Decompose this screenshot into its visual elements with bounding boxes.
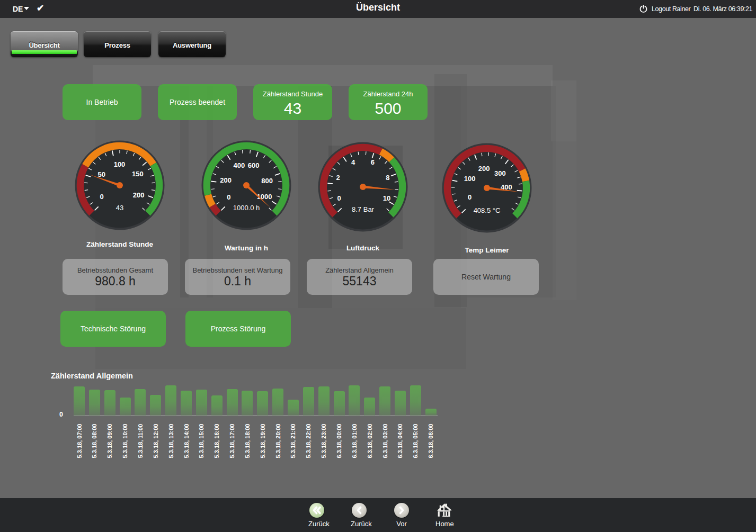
svg-text:408.5 °C: 408.5 °C: [474, 206, 501, 214]
svg-text:0: 0: [337, 194, 341, 202]
svg-text:100: 100: [464, 175, 476, 183]
svg-text:0: 0: [468, 193, 472, 201]
svg-text:2: 2: [336, 174, 340, 182]
svg-text:400: 400: [233, 161, 245, 169]
svg-text:100: 100: [114, 160, 126, 168]
svg-text:1000.0 h: 1000.0 h: [233, 204, 260, 212]
svg-text:200: 200: [133, 191, 145, 199]
svg-text:43: 43: [116, 204, 123, 212]
svg-text:800: 800: [261, 177, 273, 185]
svg-text:200: 200: [220, 176, 232, 184]
svg-text:150: 150: [132, 170, 144, 178]
svg-text:4: 4: [351, 158, 355, 166]
svg-text:600: 600: [248, 161, 260, 169]
svg-text:0: 0: [100, 193, 103, 201]
svg-text:50: 50: [97, 170, 105, 178]
svg-text:0: 0: [227, 193, 230, 201]
svg-text:300: 300: [494, 169, 506, 177]
svg-text:10: 10: [383, 194, 390, 202]
svg-text:8: 8: [386, 174, 389, 182]
svg-text:8.7 Bar: 8.7 Bar: [352, 205, 375, 213]
svg-text:6: 6: [371, 158, 375, 166]
svg-text:200: 200: [478, 165, 490, 173]
